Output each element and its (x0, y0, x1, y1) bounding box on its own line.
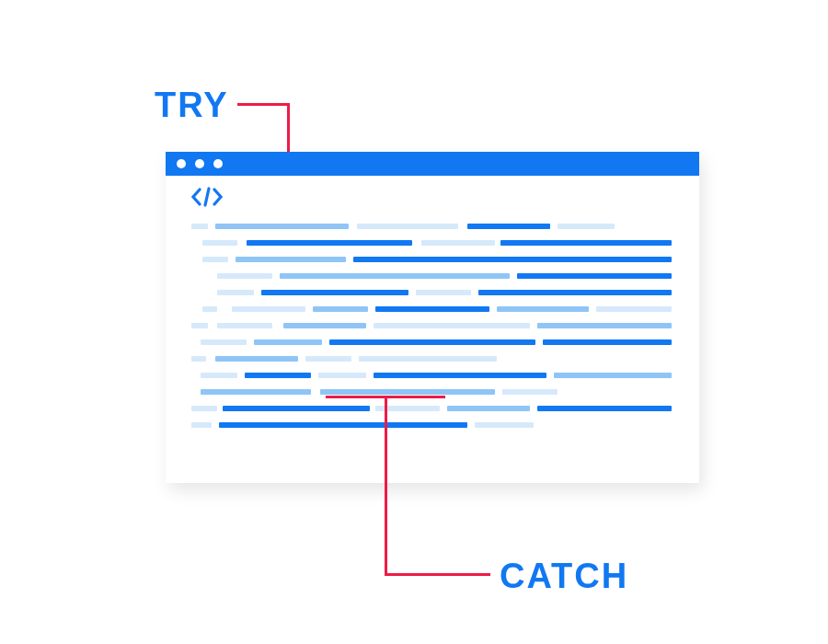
code-line-segment (283, 323, 366, 328)
code-line-segment (261, 290, 408, 295)
code-line-segment (201, 373, 237, 378)
code-line-segment (478, 290, 672, 295)
code-line-segment (236, 257, 346, 262)
code-line-segment (558, 224, 615, 229)
code-line-segment (502, 389, 558, 395)
code-line-segment (202, 240, 237, 246)
code-body (191, 224, 673, 465)
code-line-segment (245, 373, 311, 378)
code-line-segment (254, 339, 322, 345)
code-line-segment (475, 422, 534, 428)
code-line-segment (554, 373, 672, 378)
try-label: TRY (155, 86, 229, 125)
code-line-segment (359, 356, 497, 362)
code-icon (191, 187, 223, 207)
code-line-segment (543, 339, 672, 345)
code-window (166, 152, 699, 483)
code-line-segment (191, 323, 208, 328)
code-line-segment (247, 240, 412, 246)
code-line-segment (353, 257, 672, 262)
code-line-segment (305, 356, 351, 362)
code-line-segment (357, 224, 458, 229)
code-line-segment (191, 406, 217, 411)
code-line-segment (191, 422, 212, 428)
code-line-segment (217, 323, 272, 328)
code-line-segment (219, 422, 467, 428)
code-line-segment (191, 356, 206, 362)
code-line-segment (320, 389, 495, 395)
code-line-segment (537, 406, 672, 411)
code-line-segment (201, 339, 247, 345)
code-line-segment (215, 224, 349, 229)
code-line-segment (202, 257, 228, 262)
code-line-segment (191, 224, 208, 229)
code-line-segment (232, 306, 305, 312)
code-line-segment (223, 406, 370, 411)
try-connector-h1 (237, 103, 290, 106)
catch-label: CATCH (500, 557, 628, 596)
code-line-segment (500, 240, 672, 246)
code-line-segment (497, 306, 589, 312)
code-line-segment (421, 240, 495, 246)
code-line-segment (537, 323, 672, 328)
code-line-segment (202, 306, 217, 312)
code-line-segment (313, 306, 368, 312)
window-titlebar (166, 152, 699, 176)
code-line-segment (596, 306, 672, 312)
code-line-segment (329, 339, 535, 345)
window-dot (195, 159, 204, 168)
code-line-segment (517, 273, 672, 279)
code-line-segment (217, 273, 272, 279)
window-dot (177, 159, 186, 168)
code-line-segment (375, 306, 489, 312)
catch-connector-v (385, 396, 387, 576)
code-line-segment (467, 224, 550, 229)
code-line-segment (374, 323, 530, 328)
code-line-segment (215, 356, 298, 362)
code-line-segment (318, 373, 366, 378)
diagram-stage: TRY CATCH (0, 0, 828, 644)
code-line-segment (416, 290, 471, 295)
code-line-segment (217, 290, 254, 295)
code-line-segment (447, 406, 530, 411)
code-line-segment (374, 373, 546, 378)
code-line-segment (201, 389, 311, 395)
catch-connector-h2 (385, 573, 490, 576)
window-dot (213, 159, 223, 168)
code-line-segment (280, 273, 510, 279)
